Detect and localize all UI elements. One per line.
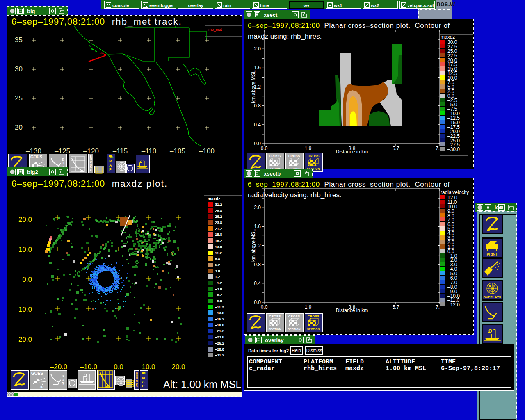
svg-text:GOES: GOES bbox=[30, 155, 42, 159]
svg-text:1.9: 1.9 bbox=[305, 146, 312, 151]
svg-text:–110: –110 bbox=[142, 147, 157, 155]
svg-text:Distance in km: Distance in km bbox=[336, 308, 368, 313]
svg-text:0.0: 0.0 bbox=[114, 363, 123, 371]
svg-text:–105: –105 bbox=[170, 147, 185, 155]
svg-text:0.0: 0.0 bbox=[261, 304, 268, 310]
svg-text:5.7: 5.7 bbox=[393, 146, 399, 151]
svg-text:M: M bbox=[142, 376, 145, 380]
svg-text:–10.0: –10.0 bbox=[80, 363, 98, 371]
svg-text:7.: 7. bbox=[436, 304, 440, 310]
svg-text:–10.0: –10.0 bbox=[14, 306, 32, 313]
svg-text:O: O bbox=[136, 374, 138, 377]
svg-text:0.0: 0.0 bbox=[254, 141, 261, 146]
svg-text:0.8: 0.8 bbox=[254, 103, 261, 109]
svg-text:rhb: rhb bbox=[100, 52, 104, 55]
svg-text:PRINT: PRINT bbox=[487, 252, 498, 256]
svg-text:30: 30 bbox=[15, 65, 23, 73]
svg-text:rhb_met: rhb_met bbox=[208, 27, 222, 32]
svg-text:SECTION: SECTION bbox=[307, 328, 320, 331]
svg-text:M: M bbox=[109, 159, 112, 163]
svg-text:–20.0: –20.0 bbox=[50, 363, 68, 371]
svg-text:O: O bbox=[90, 158, 92, 160]
svg-text:2.0: 2.0 bbox=[254, 46, 261, 52]
svg-text:P: P bbox=[142, 384, 144, 388]
svg-text:CROSS: CROSS bbox=[288, 154, 300, 158]
svg-text:20.0: 20.0 bbox=[18, 216, 32, 224]
svg-text:km above MSL: km above MSL bbox=[251, 229, 256, 262]
svg-text:A: A bbox=[109, 163, 112, 167]
svg-text:SECTION: SECTION bbox=[268, 328, 281, 331]
svg-text:CROSS: CROSS bbox=[308, 315, 320, 318]
svg-text:1.6: 1.6 bbox=[254, 224, 261, 229]
svg-text:35: 35 bbox=[15, 36, 23, 44]
svg-text:.IR: .IR bbox=[39, 385, 43, 389]
svg-text:10.0: 10.0 bbox=[18, 246, 32, 253]
svg-text:CROSS: CROSS bbox=[269, 154, 281, 158]
svg-text:SECTION: SECTION bbox=[288, 328, 300, 331]
svg-text:km above MSL: km above MSL bbox=[251, 70, 256, 103]
svg-text:25: 25 bbox=[15, 94, 23, 102]
svg-text:A: A bbox=[142, 380, 145, 384]
svg-text:5.7: 5.7 bbox=[393, 304, 399, 310]
svg-text:U: U bbox=[136, 377, 138, 380]
svg-text:GOES: GOES bbox=[31, 371, 43, 376]
svg-text:0.4: 0.4 bbox=[254, 122, 261, 128]
svg-text:–100: –100 bbox=[199, 147, 215, 155]
svg-text:20: 20 bbox=[15, 123, 23, 131]
svg-text:S: S bbox=[136, 385, 138, 388]
svg-text:CROSS: CROSS bbox=[288, 315, 300, 318]
svg-text:10.0: 10.0 bbox=[142, 363, 155, 371]
svg-text:2.0: 2.0 bbox=[254, 205, 261, 210]
svg-text:1.9: 1.9 bbox=[305, 304, 312, 310]
svg-text:0.8: 0.8 bbox=[254, 262, 261, 267]
svg-text:0.0: 0.0 bbox=[261, 146, 268, 151]
svg-text:CROSS: CROSS bbox=[269, 315, 281, 318]
svg-text:U: U bbox=[90, 160, 92, 163]
svg-text:1.6: 1.6 bbox=[254, 65, 261, 71]
svg-text:0.0: 0.0 bbox=[22, 276, 32, 283]
svg-text:0.0: 0.0 bbox=[254, 299, 261, 305]
svg-text:CROSS: CROSS bbox=[308, 154, 320, 158]
svg-text:Distance in km: Distance in km bbox=[336, 149, 368, 155]
svg-text:0.4: 0.4 bbox=[254, 281, 261, 286]
svg-text:R: R bbox=[62, 381, 64, 386]
svg-text:7.: 7. bbox=[436, 146, 440, 151]
svg-text:S: S bbox=[90, 168, 92, 171]
svg-text:–20.0: –20.0 bbox=[14, 336, 32, 343]
svg-text:P: P bbox=[109, 167, 112, 171]
svg-text:20.0: 20.0 bbox=[171, 363, 185, 371]
svg-text:OVERLAYS: OVERLAYS bbox=[483, 295, 501, 299]
